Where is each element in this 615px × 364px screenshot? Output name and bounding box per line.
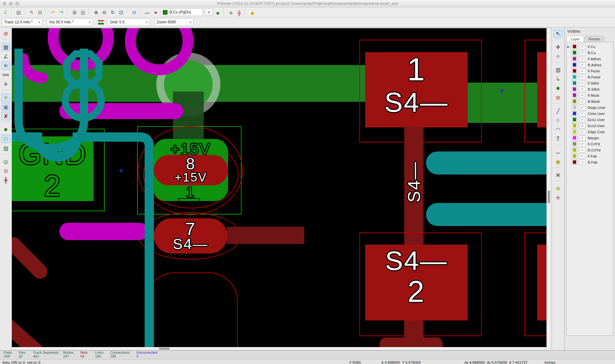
layer-color-swatch[interactable] — [571, 135, 578, 141]
layer-row[interactable]: F.CrtYd — [567, 141, 613, 147]
save-icon[interactable]: ⇩ — [1, 9, 10, 16]
layer-row[interactable]: B.Fab — [567, 159, 613, 165]
layer-visibility-checkbox[interactable] — [579, 142, 586, 147]
layer-color-swatch[interactable] — [571, 75, 578, 80]
layer-color-swatch[interactable] — [571, 117, 578, 122]
layer-color-swatch[interactable] — [571, 69, 578, 74]
layer-visibility-checkbox[interactable] — [579, 117, 586, 122]
high-contrast-icon[interactable]: ╋ — [1, 176, 10, 184]
page-settings-icon[interactable]: ▤ — [14, 9, 23, 16]
layer-color-swatch[interactable] — [571, 160, 578, 165]
layer-color-swatch[interactable] — [571, 105, 578, 110]
layer-row[interactable]: B.Cu — [567, 50, 613, 56]
undo-icon[interactable]: ↶ — [49, 9, 57, 16]
redraw-icon[interactable]: ↻ — [109, 9, 117, 16]
add-circle-icon[interactable]: ○ — [554, 116, 562, 125]
cursor-shape-icon[interactable]: ✛ — [1, 80, 10, 88]
vertical-scrollbar[interactable] — [547, 28, 551, 350]
layer-row[interactable]: B.Mask — [567, 98, 613, 104]
plot-icon[interactable]: ▥ — [79, 9, 87, 16]
layer-color-swatch[interactable] — [571, 93, 578, 98]
units-mm-icon[interactable]: mm — [1, 71, 10, 79]
zoom-fit-icon[interactable]: ⊡ — [117, 9, 125, 16]
track-sketch-icon[interactable]: ⊙ — [1, 167, 10, 175]
layer-visibility-checkbox[interactable] — [579, 111, 586, 116]
auto-delete-track-icon[interactable]: ✘ — [1, 112, 10, 120]
layer-color-swatch[interactable] — [571, 62, 578, 68]
add-arc-icon[interactable]: ◠ — [554, 125, 562, 134]
drill-origin-icon[interactable]: ⊕ — [554, 184, 562, 193]
tab-render[interactable]: Render — [585, 36, 604, 42]
redo-icon[interactable]: ↷ — [57, 9, 66, 16]
layer-visibility-checkbox[interactable] — [579, 75, 586, 80]
layer-color-swatch[interactable] — [571, 99, 578, 104]
via-size-select[interactable]: Via 35.0 mils * — [47, 18, 93, 26]
layer-color-swatch[interactable] — [571, 111, 578, 116]
layer-color-swatch[interactable] — [571, 50, 578, 55]
add-zone-icon[interactable]: ■ — [554, 84, 562, 93]
units-inch-icon[interactable]: In — [1, 61, 10, 70]
via-sketch-icon[interactable]: ◎ — [1, 158, 10, 166]
layer-visibility-checkbox[interactable] — [579, 129, 586, 134]
grid-select[interactable]: Grid: 0.5 — [108, 18, 150, 26]
zoom-out-icon[interactable]: ⊖ — [100, 9, 109, 16]
layer-row[interactable]: F.Adhes — [567, 56, 613, 62]
module-editor-icon[interactable]: ✎ — [28, 9, 36, 16]
zoom-window-button[interactable] — [15, 2, 19, 5]
layer-visibility-checkbox[interactable] — [579, 93, 586, 98]
layer-row[interactable]: Cmts.User — [567, 110, 613, 117]
layer-visibility-checkbox[interactable] — [579, 148, 586, 153]
track-width-select[interactable]: Track 12.0 mils * — [2, 18, 42, 26]
layer-visibility-checkbox[interactable] — [579, 69, 586, 74]
library-browser-icon[interactable]: ⊟ — [36, 9, 44, 16]
add-keepout-icon[interactable]: ⊘ — [554, 93, 562, 102]
layer-row[interactable]: Margin — [567, 135, 613, 141]
layer-visibility-checkbox[interactable] — [579, 44, 586, 49]
layer-visibility-checkbox[interactable] — [579, 123, 586, 128]
find-icon[interactable]: ⊙ — [130, 9, 138, 16]
add-dimension-icon[interactable]: ↔ — [554, 148, 562, 157]
layer-row[interactable]: B.Paste — [567, 74, 613, 80]
ratsnest-visibility-icon[interactable]: ✕ — [1, 93, 10, 102]
horizontal-scrollbar-thumb[interactable] — [159, 348, 170, 350]
layer-select-chevron[interactable] — [205, 8, 213, 16]
layer-row[interactable]: B.CrtYd — [567, 147, 613, 153]
layer-color-swatch[interactable] — [571, 154, 578, 159]
add-line-icon[interactable]: ╱ — [554, 107, 562, 115]
window-controls[interactable] — [3, 2, 19, 5]
layer-row[interactable]: B.SilkS — [567, 86, 613, 92]
layer-color-swatch[interactable] — [571, 129, 578, 134]
layer-row[interactable]: F.Mask — [567, 92, 613, 98]
ratsnest-mode-icon[interactable]: ╬ — [235, 9, 243, 17]
layer-row[interactable]: Eco1.User — [567, 117, 613, 123]
layer-visibility-checkbox[interactable] — [579, 81, 586, 86]
drc-off-icon[interactable]: ⊘ — [1, 29, 10, 38]
layer-select[interactable]: B.Cu (PgDn) — [160, 8, 203, 16]
layer-visibility-checkbox[interactable] — [579, 160, 586, 165]
add-footprint-icon[interactable]: ▥ — [554, 66, 562, 74]
add-text-icon[interactable]: T — [554, 135, 562, 143]
layer-color-swatch[interactable] — [571, 123, 578, 128]
layer-visibility-checkbox[interactable] — [579, 50, 586, 55]
zones-hatch-icon[interactable]: ▨ — [1, 144, 10, 152]
add-target-icon[interactable]: ◉ — [554, 158, 562, 166]
grid-origin-icon[interactable]: ✛ — [554, 194, 562, 202]
layer-color-swatch[interactable] — [571, 87, 578, 92]
auto-track-width-icon[interactable] — [97, 18, 105, 26]
add-track-icon[interactable]: ↳ — [554, 75, 562, 83]
vertical-scrollbar-thumb[interactable] — [548, 190, 550, 203]
print-icon[interactable]: ⊞ — [70, 9, 79, 16]
layer-color-swatch[interactable] — [571, 81, 578, 86]
layer-visibility-checkbox[interactable] — [579, 154, 586, 159]
layer-color-swatch[interactable] — [571, 142, 578, 147]
zoom-in-icon[interactable]: ⊕ — [92, 9, 100, 16]
layer-color-swatch[interactable] — [571, 56, 578, 61]
layer-row[interactable]: Eco2.User — [567, 123, 613, 129]
pcb-canvas[interactable]: GND 2 +15V 8 +15V 1 — [12, 28, 546, 347]
close-window-button[interactable] — [3, 2, 6, 5]
drc-icon[interactable]: ● — [152, 9, 160, 16]
highlight-net-icon[interactable]: ✚ — [554, 43, 562, 51]
horizontal-scrollbar[interactable] — [12, 347, 546, 350]
layer-color-swatch[interactable] — [571, 148, 578, 153]
zoom-select[interactable]: Zoom 5080 — [154, 18, 193, 26]
